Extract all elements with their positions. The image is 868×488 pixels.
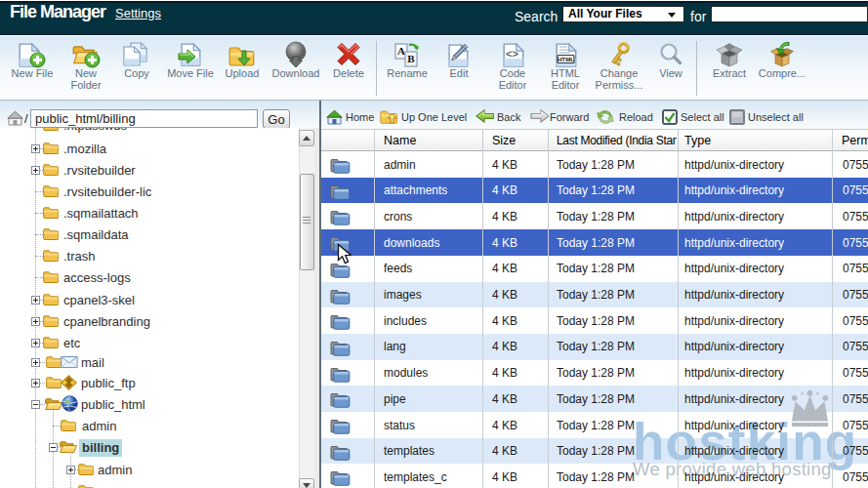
svg-text:B: B — [407, 53, 415, 64]
svg-text:A: A — [397, 45, 405, 57]
svg-text:HTML: HTML — [558, 56, 574, 62]
svg-text:<>: <> — [506, 48, 518, 60]
